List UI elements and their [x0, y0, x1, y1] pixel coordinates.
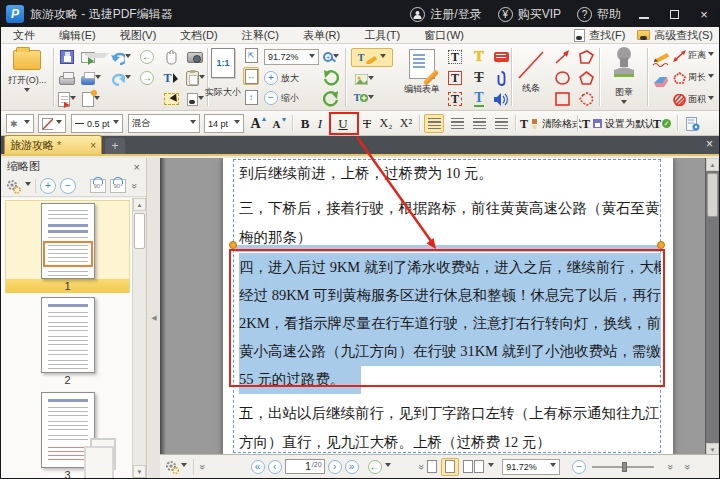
add-text-button[interactable]: T [351, 89, 377, 107]
menu-comment[interactable]: 注释(C) [230, 27, 291, 43]
polyline-tool-button[interactable] [577, 48, 595, 66]
maximize-button[interactable] [659, 1, 689, 27]
set-default-button[interactable]: T 设置为默认 [582, 114, 655, 133]
single-page-layout-button[interactable] [427, 460, 437, 473]
color-picker[interactable] [38, 114, 66, 133]
add-image-button[interactable] [351, 70, 377, 88]
two-page-layout-button[interactable] [463, 460, 484, 473]
slider-zoom-out-button[interactable]: − [572, 460, 586, 474]
fit-height-button[interactable]: ↕ [243, 88, 259, 106]
menu-window[interactable]: 窗口(W) [412, 27, 476, 43]
line-tool-button[interactable]: 线条 [515, 50, 547, 95]
minimize-button[interactable] [629, 1, 659, 27]
bold-button[interactable]: B [297, 114, 313, 133]
view-history-caret-icon[interactable] [385, 463, 391, 470]
document-viewport[interactable]: 到后继续前进，上桥，过桥费为 10 元。 三，下桥后，接着行驶，根据路标，前往黄… [160, 158, 719, 456]
go-back-button[interactable]: ← [137, 48, 157, 66]
decrease-font-button[interactable]: A▼ [272, 114, 288, 133]
tab-travel-guide[interactable]: 旅游攻略 * × [4, 135, 102, 154]
rotate-ccw-button[interactable] [321, 69, 341, 87]
layout-more-chevron-icon[interactable]: » [415, 464, 426, 469]
add-sound-button[interactable] [491, 90, 511, 108]
align-right-button[interactable] [469, 114, 489, 133]
add-textbox-button[interactable]: T [445, 48, 465, 66]
menu-tools[interactable]: 工具(T) [352, 27, 412, 43]
status-zoom-combo[interactable]: 91.72% [502, 459, 560, 475]
align-center-button[interactable] [447, 114, 467, 133]
sidebar-scrollbar[interactable]: ▲ ▼ [132, 198, 146, 478]
document-scrollbar[interactable]: ▲ ▼ [705, 158, 719, 456]
panel-more-chevron-icon[interactable]: » [129, 183, 140, 188]
align-justify-button[interactable] [491, 114, 511, 133]
zoom-out-button[interactable]: −缩小 [264, 91, 299, 105]
new-document-button[interactable] [81, 90, 101, 108]
measure-area-button[interactable]: 面积 [673, 93, 714, 106]
snapshot-button[interactable] [185, 48, 205, 66]
highlight-text-button[interactable]: T [469, 48, 489, 66]
pdf-page[interactable]: 到后继续前进，上桥，过桥费为 10 元。 三，下桥后，接着行驶，根据路标，前往黄… [223, 158, 673, 456]
status-options-button[interactable] [164, 459, 187, 474]
tab-close-icon[interactable]: × [90, 140, 96, 151]
thumb-zoom-in-button[interactable]: + [40, 178, 56, 194]
strikethrough-button[interactable]: T [359, 114, 375, 133]
style-picker[interactable]: ✱ [6, 114, 34, 133]
paste-button[interactable] [185, 69, 205, 87]
thumb-zoom-out-button[interactable]: − [60, 178, 76, 194]
superscript-button[interactable]: X² [397, 114, 415, 133]
apply-format-button[interactable]: T✓ [651, 114, 673, 133]
circle-tool-button[interactable] [553, 69, 571, 87]
strikeout-text-button[interactable]: T [469, 69, 489, 87]
panel-options-gear-icon[interactable] [5, 178, 21, 194]
save-button[interactable] [57, 48, 77, 66]
selection-handle-right[interactable] [657, 241, 665, 249]
first-page-button[interactable]: « [251, 460, 265, 474]
clear-format-button[interactable]: T 清除格式 [520, 114, 582, 133]
page-number-input[interactable]: 1/20 [285, 459, 325, 474]
align-left-button[interactable] [424, 114, 444, 133]
rotate-left-button[interactable]: 90° [90, 179, 106, 193]
thumbnail-page-2[interactable]: 2 [5, 297, 130, 389]
sidebar-scroll-thumb[interactable] [134, 213, 145, 249]
login-button[interactable]: 注册/登录 [402, 1, 489, 27]
edit-form-button[interactable]: 编辑表单 [401, 49, 443, 96]
measure-distance-button[interactable]: 距离 [673, 49, 714, 62]
menu-edit[interactable]: 编辑(E) [47, 27, 108, 43]
textbox-move-button[interactable]: T [445, 90, 465, 108]
sticky-note-button[interactable] [491, 48, 511, 66]
undo-button[interactable] [111, 48, 131, 66]
menu-file[interactable]: 文件 [1, 27, 47, 43]
sidebar-scroll-down-icon[interactable]: ▼ [133, 465, 146, 478]
textbox-edit-button[interactable]: T [445, 69, 465, 87]
rotate-cw-button[interactable] [321, 90, 341, 108]
advanced-find-button[interactable]: 高级查找(S) [654, 28, 713, 43]
status-chevron-icon-2[interactable]: » [681, 464, 692, 469]
fit-width-button[interactable]: ↔ [243, 67, 259, 85]
tabbar-close-button[interactable]: × [706, 137, 719, 151]
stamp-button[interactable]: 图章 [605, 46, 643, 109]
menu-form[interactable]: 表单(R) [291, 27, 352, 43]
find-button[interactable]: 查找(F) [589, 28, 625, 43]
zoom-slider-knob[interactable] [622, 462, 627, 472]
status-more-chevron-icon[interactable]: » [197, 464, 208, 469]
email-button[interactable] [81, 48, 101, 66]
stroke-width-combo[interactable]: 0.5 pt [71, 114, 123, 133]
thumbnail-page-1[interactable]: 1 [5, 200, 130, 293]
hand-tool-button[interactable] [161, 48, 181, 66]
panel-options-caret-icon[interactable] [25, 182, 31, 189]
pencil-tool-button[interactable] [651, 50, 671, 68]
panel-splitter[interactable]: ◀ [148, 158, 160, 478]
arrow-tool-button[interactable] [553, 48, 571, 66]
scan-button[interactable] [81, 69, 101, 87]
subscript-button[interactable]: X₂ [377, 114, 395, 133]
marquee-zoom-button[interactable]: + [321, 48, 341, 66]
actual-size-button[interactable]: 1:1 [211, 48, 235, 78]
panel-close-button[interactable]: × [134, 161, 140, 173]
fit-page-button[interactable]: ⇱ [243, 46, 259, 64]
menu-view[interactable]: 视图(V) [108, 27, 169, 43]
previous-page-button[interactable]: ‹ [268, 460, 282, 474]
collapse-panel-icon[interactable]: ◀ [151, 314, 156, 322]
attach-file-button[interactable] [491, 69, 511, 87]
select-object-button[interactable] [161, 90, 181, 108]
help-button[interactable]: ? 帮助 [569, 1, 629, 27]
font-size-combo[interactable]: 14 pt [204, 114, 244, 133]
